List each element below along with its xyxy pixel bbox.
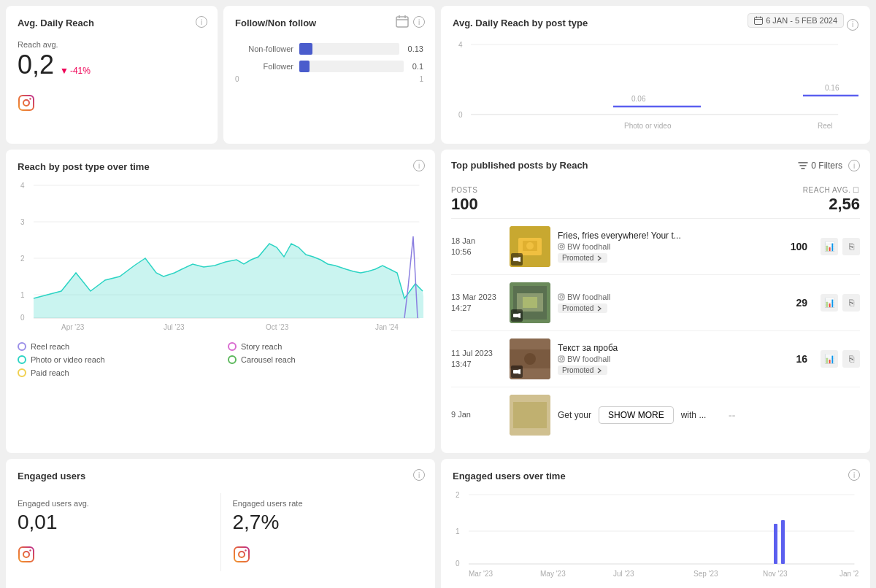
post-row-3: 11 Jul 2023 13:47 Текст за проба xyxy=(451,331,860,387)
engaged-rate-value: 2,7% xyxy=(233,511,424,534)
thumb-icon-3 xyxy=(511,365,523,378)
svg-text:Jan '24: Jan '24 xyxy=(375,323,399,331)
svg-marker-49 xyxy=(518,313,520,318)
post-thumb-4 xyxy=(510,395,550,436)
engaged-ig-icon xyxy=(18,546,209,565)
svg-text:3: 3 xyxy=(20,218,25,226)
posts-col-label: POSTS xyxy=(451,186,477,194)
svg-text:0: 0 xyxy=(458,111,463,119)
svg-text:Photo or video: Photo or video xyxy=(624,122,672,130)
reel-reach-dot xyxy=(18,342,26,351)
post-actions-1: 📊 ⎘ xyxy=(821,238,860,255)
post-reach-3: 16 xyxy=(785,353,807,365)
post-row-2: 13 Mar 2023 14:27 xyxy=(451,275,860,331)
post-actions-3: 📊 ⎘ xyxy=(821,350,860,368)
svg-rect-39 xyxy=(513,258,518,261)
svg-text:May '23: May '23 xyxy=(540,570,566,578)
top-posts-info-icon[interactable]: i xyxy=(848,160,860,171)
svg-point-52 xyxy=(563,295,564,295)
ig-small-icon-1 xyxy=(558,243,565,250)
thumb-icon-1 xyxy=(511,253,523,266)
svg-text:Jul '23: Jul '23 xyxy=(164,323,185,331)
chart-btn-1[interactable]: 📊 xyxy=(821,238,838,255)
post-date-2: 13 Mar 2023 14:27 xyxy=(451,292,502,314)
thumb-image-4 xyxy=(510,395,550,436)
copy-btn-3[interactable]: ⎘ xyxy=(842,350,860,368)
post-thumb-1 xyxy=(510,226,550,267)
reach-avg-label: Reach avg. xyxy=(18,40,206,49)
svg-text:Jan '24: Jan '24 xyxy=(840,570,858,578)
calendar-small-icon xyxy=(754,16,763,25)
follower-label: Follower xyxy=(235,62,293,71)
engaged-users-title: Engaged users xyxy=(18,471,85,481)
show-more-button[interactable]: SHOW MORE xyxy=(599,406,674,424)
posts-meta-row: POSTS 100 REACH AVG. ☐ 2,56 xyxy=(451,179,860,219)
svg-text:2: 2 xyxy=(20,255,25,263)
svg-rect-0 xyxy=(19,96,34,110)
post-reach-1: 100 xyxy=(785,241,807,252)
copy-btn-1[interactable]: ⎘ xyxy=(842,238,860,255)
post-date-1: 18 Jan 10:56 xyxy=(451,236,502,258)
svg-point-60 xyxy=(563,357,564,357)
engaged-users-info[interactable]: i xyxy=(413,469,425,481)
svg-rect-66 xyxy=(234,547,249,562)
post-date-3: 11 Jul 2023 13:47 xyxy=(451,348,502,371)
post-account-1: BW foodhall xyxy=(558,242,778,251)
svg-point-64 xyxy=(23,552,29,557)
svg-text:Mar '23: Mar '23 xyxy=(469,570,493,578)
reach-value: 0,2 xyxy=(18,50,54,80)
svg-text:1: 1 xyxy=(20,291,25,299)
legend-paid-reach: Paid reach xyxy=(18,368,213,377)
axis-max: 1 xyxy=(419,75,423,83)
copy-btn-2[interactable]: ⎘ xyxy=(842,294,860,312)
date-range-badge[interactable]: 6 JAN - 5 FEB 2024 xyxy=(748,13,844,28)
post-account-2: BW foodhall xyxy=(558,293,778,301)
thumb-icon-2 xyxy=(511,309,523,322)
promoted-badge-3: Promoted xyxy=(558,365,607,375)
follower-bar-fill xyxy=(299,61,310,72)
svg-point-55 xyxy=(524,353,536,365)
svg-text:Sep '23: Sep '23 xyxy=(694,570,718,578)
top-posts-card: Top published posts by Reach 0 Filters i… xyxy=(441,150,870,453)
engaged-over-time-info[interactable]: i xyxy=(848,469,860,481)
follower-value: 0.1 xyxy=(412,62,423,71)
reach-change: ▼ -41% xyxy=(60,66,91,76)
reach-over-time-info[interactable]: i xyxy=(413,160,425,171)
chart-btn-2[interactable]: 📊 xyxy=(821,294,838,312)
follower-bar-track xyxy=(299,61,404,72)
svg-text:2: 2 xyxy=(456,491,460,499)
engaged-over-time-title: Engaged users over time xyxy=(453,471,566,481)
filter-count: 0 Filters xyxy=(811,160,842,171)
reach-col: REACH AVG. ☐ 2,56 xyxy=(803,184,860,214)
svg-text:Jul '23: Jul '23 xyxy=(613,570,634,578)
calendar-icon[interactable] xyxy=(396,15,409,30)
svg-rect-48 xyxy=(513,314,518,317)
svg-text:1: 1 xyxy=(456,527,460,535)
svg-text:0.06: 0.06 xyxy=(631,95,646,103)
engaged-over-time-card: Engaged users over time i 2 1 0 Mar '23 … xyxy=(441,459,870,588)
engaged-avg-value: 0,01 xyxy=(18,511,209,534)
post-info-1: Fries, fries everywhere! Your t... BW fo… xyxy=(558,231,778,263)
svg-text:Nov '23: Nov '23 xyxy=(763,570,788,578)
svg-text:Apr '23: Apr '23 xyxy=(61,323,85,331)
ig-small-icon-2 xyxy=(558,293,565,301)
show-more-prefix: Get your xyxy=(558,410,591,420)
paid-reach-dot xyxy=(18,368,26,377)
posts-count: 100 xyxy=(451,195,478,214)
legend-reel-reach: Reel reach xyxy=(18,342,213,351)
non-follower-value: 0.13 xyxy=(408,45,423,53)
post-title-3: Текст за проба xyxy=(558,343,704,353)
avg-reach-info-icon[interactable]: i xyxy=(196,16,207,28)
reach-legend: Reel reach Story reach Photo or video re… xyxy=(18,342,423,377)
filter-button[interactable]: 0 Filters xyxy=(798,160,842,171)
svg-point-65 xyxy=(29,549,31,551)
story-reach-dot xyxy=(228,342,237,351)
avg-reach-title: Avg. Daily Reach xyxy=(18,18,94,28)
svg-rect-63 xyxy=(19,547,34,562)
post-reach-2: 29 xyxy=(785,297,807,309)
svg-text:Reel: Reel xyxy=(818,122,833,130)
post-type-info-icon[interactable]: i xyxy=(847,19,858,31)
chevron-right-icon-1 xyxy=(596,255,603,262)
chart-btn-3[interactable]: 📊 xyxy=(821,350,838,368)
follow-info-icon[interactable]: i xyxy=(413,16,425,28)
